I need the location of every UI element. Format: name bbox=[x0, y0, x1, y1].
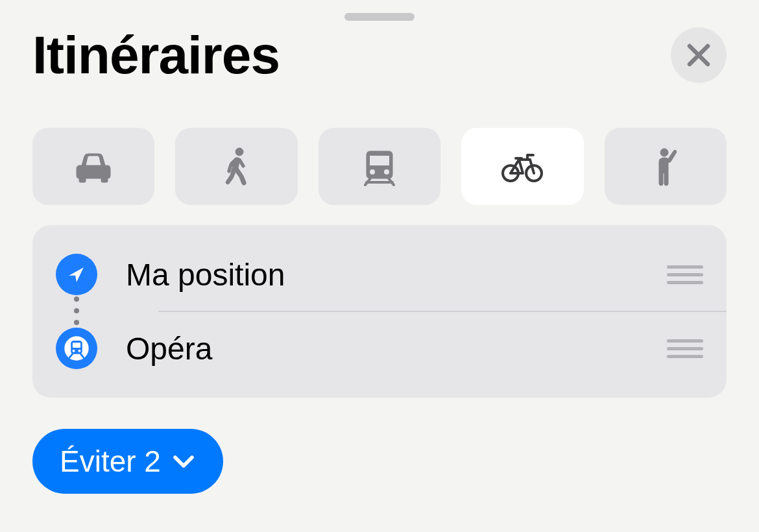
location-arrow-icon bbox=[56, 254, 97, 295]
mode-transit-button[interactable] bbox=[319, 128, 440, 205]
avoid-options-button[interactable]: Éviter 2 bbox=[32, 429, 223, 494]
svg-point-4 bbox=[384, 169, 389, 175]
mode-bike-button[interactable] bbox=[461, 128, 583, 205]
close-button[interactable] bbox=[671, 27, 727, 83]
rideshare-icon bbox=[645, 146, 686, 187]
svg-point-1 bbox=[101, 169, 106, 175]
route-destination-label: Opéra bbox=[126, 331, 667, 367]
transport-mode-selector bbox=[32, 128, 727, 205]
route-connector-dots bbox=[74, 296, 79, 325]
metro-station-icon bbox=[56, 328, 97, 369]
transit-icon bbox=[359, 146, 400, 187]
mode-rideshare-button[interactable] bbox=[605, 128, 727, 205]
avoid-options-label: Éviter 2 bbox=[60, 444, 161, 479]
drag-handle-icon[interactable] bbox=[667, 265, 703, 284]
header: Itinéraires bbox=[32, 25, 727, 86]
svg-point-8 bbox=[660, 149, 668, 156]
svg-point-12 bbox=[73, 350, 75, 352]
route-origin-label: Ma position bbox=[126, 257, 667, 293]
drag-handle-icon[interactable] bbox=[667, 339, 703, 358]
car-icon bbox=[73, 146, 114, 187]
route-destination-row[interactable]: Opéra bbox=[32, 312, 727, 385]
mode-car-button[interactable] bbox=[32, 128, 154, 205]
svg-point-0 bbox=[81, 169, 86, 175]
svg-point-13 bbox=[78, 350, 80, 352]
svg-rect-11 bbox=[73, 343, 80, 348]
route-origin-row[interactable]: Ma position bbox=[32, 238, 727, 311]
svg-rect-5 bbox=[370, 156, 389, 165]
chevron-down-icon bbox=[170, 448, 197, 475]
route-waypoints-card: Ma position Opéra bbox=[32, 225, 727, 398]
mode-walk-button[interactable] bbox=[175, 128, 297, 205]
sheet-grabber[interactable] bbox=[344, 13, 415, 21]
bike-icon bbox=[501, 146, 543, 187]
close-icon bbox=[684, 41, 713, 69]
walk-icon bbox=[216, 146, 258, 187]
svg-point-2 bbox=[235, 148, 243, 156]
page-title: Itinéraires bbox=[32, 25, 280, 86]
svg-point-3 bbox=[370, 169, 375, 175]
